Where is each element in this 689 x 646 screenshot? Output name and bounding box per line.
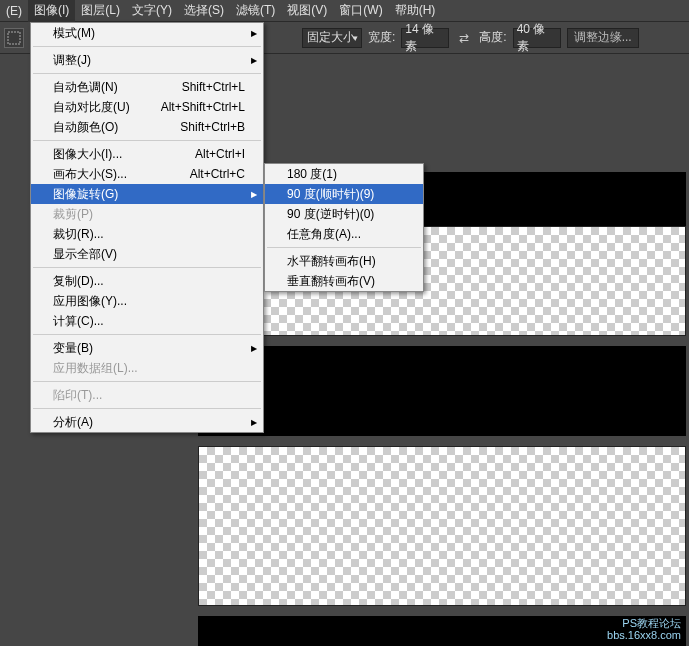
menu-item-label: 自动对比度(U) <box>53 99 145 116</box>
refine-edge-button[interactable]: 调整边缘... <box>567 28 639 48</box>
menu-item-label: 调整(J) <box>53 52 245 69</box>
image-menu-item: 陷印(T)... <box>31 385 263 405</box>
size-mode-dropdown[interactable]: 固定大小 <box>302 28 362 48</box>
rotation-submenu-item[interactable]: 90 度(顺时针)(9) <box>265 184 423 204</box>
menu-item-shortcut: Shift+Ctrl+B <box>180 120 245 134</box>
image-menu-item: 应用数据组(L)... <box>31 358 263 378</box>
height-input[interactable]: 40 像素 <box>513 28 561 48</box>
image-menu-item[interactable]: 自动对比度(U)Alt+Shift+Ctrl+L <box>31 97 263 117</box>
menu-item-label: 变量(B) <box>53 340 245 357</box>
watermark-line2: bbs.16xx8.com <box>607 629 681 642</box>
menubar-view[interactable]: 视图(V) <box>281 0 333 22</box>
image-menu-item[interactable]: 图像大小(I)...Alt+Ctrl+I <box>31 144 263 164</box>
image-menu-item[interactable]: 画布大小(S)...Alt+Ctrl+C <box>31 164 263 184</box>
menu-item-label: 垂直翻转画布(V) <box>287 273 405 290</box>
rotation-submenu-item[interactable]: 垂直翻转画布(V) <box>265 271 423 291</box>
height-label: 高度: <box>479 29 506 46</box>
image-rotation-submenu[interactable]: 180 度(1)90 度(顺时针)(9)90 度(逆时针)(0)任意角度(A).… <box>264 163 424 292</box>
menu-item-label: 显示全部(V) <box>53 246 245 263</box>
menu-item-shortcut: Alt+Ctrl+I <box>195 147 245 161</box>
image-menu-item[interactable]: 计算(C)... <box>31 311 263 331</box>
menu-item-label: 图像大小(I)... <box>53 146 179 163</box>
main-menubar: (E) 图像(I) 图层(L) 文字(Y) 选择(S) 滤镜(T) 视图(V) … <box>0 0 689 22</box>
rotation-submenu-item[interactable]: 任意角度(A)... <box>265 224 423 244</box>
menu-item-shortcut: Shift+Ctrl+L <box>182 80 245 94</box>
image-menu-item[interactable]: 裁切(R)... <box>31 224 263 244</box>
image-menu-item[interactable]: 分析(A) <box>31 412 263 432</box>
rotation-submenu-item[interactable]: 90 度(逆时针)(0) <box>265 204 423 224</box>
rotation-submenu-item[interactable]: 水平翻转画布(H) <box>265 251 423 271</box>
menu-item-label: 应用数据组(L)... <box>53 360 245 377</box>
menu-item-label: 自动颜色(O) <box>53 119 164 136</box>
menu-item-label: 图像旋转(G) <box>53 186 245 203</box>
image-menu-item[interactable]: 复制(D)... <box>31 271 263 291</box>
image-menu-item[interactable]: 自动色调(N)Shift+Ctrl+L <box>31 77 263 97</box>
canvas-black-mid <box>198 346 686 436</box>
menu-item-shortcut: Alt+Ctrl+C <box>190 167 245 181</box>
image-menu-item[interactable]: 自动颜色(O)Shift+Ctrl+B <box>31 117 263 137</box>
image-menu-item[interactable]: 图像旋转(G) <box>31 184 263 204</box>
menubar-type[interactable]: 文字(Y) <box>126 0 178 22</box>
swap-dimensions-icon[interactable]: ⇄ <box>455 29 473 47</box>
menu-item-label: 分析(A) <box>53 414 245 431</box>
svg-rect-0 <box>8 32 20 44</box>
width-label: 宽度: <box>368 29 395 46</box>
menubar-filter[interactable]: 滤镜(T) <box>230 0 281 22</box>
menubar-image[interactable]: 图像(I) <box>28 0 75 22</box>
watermark-line1: PS教程论坛 <box>607 617 681 630</box>
image-menu-item[interactable]: 显示全部(V) <box>31 244 263 264</box>
menu-item-label: 任意角度(A)... <box>287 226 405 243</box>
menubar-select[interactable]: 选择(S) <box>178 0 230 22</box>
menu-item-label: 复制(D)... <box>53 273 245 290</box>
menu-item-label: 陷印(T)... <box>53 387 245 404</box>
width-input[interactable]: 14 像素 <box>401 28 449 48</box>
image-menu-item[interactable]: 调整(J) <box>31 50 263 70</box>
menu-item-label: 画布大小(S)... <box>53 166 174 183</box>
menubar-help[interactable]: 帮助(H) <box>389 0 442 22</box>
menu-item-label: 90 度(顺时针)(9) <box>287 186 405 203</box>
menubar-layer[interactable]: 图层(L) <box>75 0 126 22</box>
menu-item-label: 180 度(1) <box>287 166 405 183</box>
rotation-submenu-item[interactable]: 180 度(1) <box>265 164 423 184</box>
menu-item-shortcut: Alt+Shift+Ctrl+L <box>161 100 245 114</box>
image-menu-item[interactable]: 变量(B) <box>31 338 263 358</box>
marquee-tool-icon[interactable] <box>4 28 24 48</box>
image-menu[interactable]: 模式(M)调整(J)自动色调(N)Shift+Ctrl+L自动对比度(U)Alt… <box>30 22 264 433</box>
menu-item-label: 90 度(逆时针)(0) <box>287 206 405 223</box>
menu-item-label: 模式(M) <box>53 25 245 42</box>
menubar-edit[interactable]: (E) <box>0 1 28 21</box>
menubar-window[interactable]: 窗口(W) <box>333 0 388 22</box>
menu-item-label: 计算(C)... <box>53 313 245 330</box>
menu-item-label: 应用图像(Y)... <box>53 293 245 310</box>
menu-item-label: 裁剪(P) <box>53 206 245 223</box>
image-menu-item: 裁剪(P) <box>31 204 263 224</box>
watermark: PS教程论坛 bbs.16xx8.com <box>607 617 681 642</box>
canvas-transparent-2[interactable] <box>198 446 686 606</box>
image-menu-item[interactable]: 模式(M) <box>31 23 263 43</box>
image-menu-item[interactable]: 应用图像(Y)... <box>31 291 263 311</box>
menu-item-label: 水平翻转画布(H) <box>287 253 405 270</box>
menu-item-label: 自动色调(N) <box>53 79 166 96</box>
menu-item-label: 裁切(R)... <box>53 226 245 243</box>
